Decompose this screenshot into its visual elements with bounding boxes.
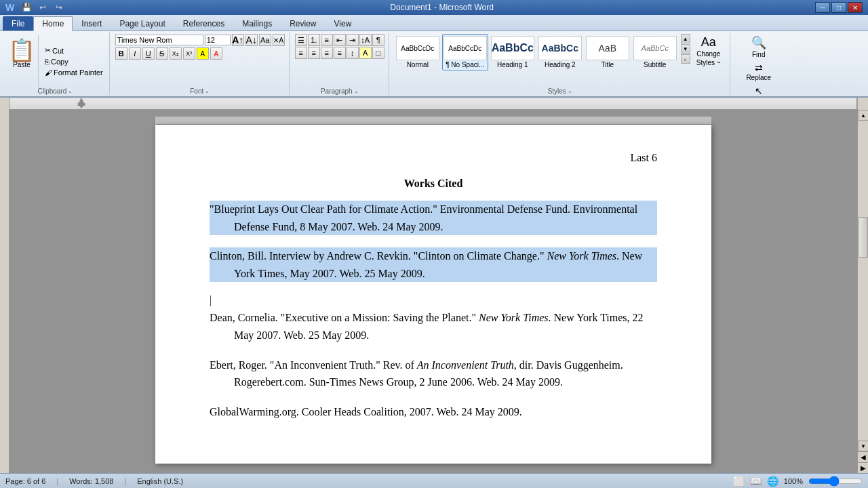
- word-icon: W: [5, 2, 14, 13]
- grow-font-button[interactable]: A↑: [232, 34, 244, 46]
- align-left-button[interactable]: ≡: [295, 47, 307, 59]
- align-right-button[interactable]: ≡: [321, 47, 333, 59]
- scroll-area[interactable]: Last 6 Works Cited "Blueprint Lays Out C…: [9, 110, 857, 473]
- scrollbar-track[interactable]: [858, 121, 868, 441]
- style-heading2[interactable]: AaBbCc Heading 2: [537, 34, 583, 70]
- view-normal-icon[interactable]: ⬜: [733, 476, 745, 487]
- editing-group: 🔍 Find ⇄ Replace ↖ Select Editing: [732, 33, 786, 95]
- justify-button[interactable]: ≡: [334, 47, 346, 59]
- shading-button[interactable]: A: [359, 47, 372, 59]
- styles-expand-icon[interactable]: ⌄: [568, 88, 572, 94]
- ribbon: 📋 Paste ✂ Cut ⎘ Copy 🖌 Format Painter: [0, 31, 868, 98]
- paste-label: Paste: [13, 61, 31, 68]
- style-title-preview: AaB: [586, 36, 629, 60]
- font-size-input[interactable]: [205, 35, 231, 45]
- tab-review[interactable]: Review: [281, 16, 325, 30]
- highlight-button[interactable]: A: [197, 47, 209, 60]
- style-no-spacing[interactable]: AaBbCcDc ¶ No Spaci...: [442, 34, 488, 70]
- scroll-up-arrow[interactable]: ▲: [858, 110, 868, 121]
- tab-home[interactable]: Home: [33, 16, 73, 31]
- right-scrollbar[interactable]: ▲ ▼ ◀ ▶: [857, 110, 868, 473]
- scrollbar-thumb[interactable]: [859, 217, 868, 258]
- sort-button[interactable]: ↕A: [359, 34, 372, 46]
- font-format-row: B I U S X₂ X² A A: [115, 47, 222, 60]
- scroll-prev-page[interactable]: ◀: [858, 451, 868, 462]
- tab-insert[interactable]: Insert: [73, 16, 111, 30]
- undo-quick-btn[interactable]: ↩: [36, 2, 50, 13]
- format-painter-icon: 🖌: [45, 68, 52, 77]
- change-styles-button[interactable]: Aa Change Styles ~: [692, 34, 726, 68]
- font-color-button[interactable]: A: [210, 47, 222, 60]
- style-heading1-preview: AaBbCc: [491, 36, 534, 60]
- multilevel-list-button[interactable]: ≡: [321, 34, 333, 46]
- scroll-down-arrow[interactable]: ▼: [858, 441, 868, 451]
- align-center-button[interactable]: ≡: [308, 47, 320, 59]
- restore-button[interactable]: □: [831, 2, 846, 13]
- find-button[interactable]: 🔍 Find: [747, 34, 770, 60]
- scroll-next-page[interactable]: ▶: [858, 462, 868, 473]
- redo-quick-btn[interactable]: ↪: [52, 2, 66, 13]
- find-icon: 🔍: [751, 35, 766, 50]
- superscript-button[interactable]: X²: [183, 47, 195, 60]
- header-text: Last 6: [630, 152, 657, 163]
- replace-button[interactable]: ⇄ Replace: [742, 61, 775, 83]
- decrease-indent-button[interactable]: ⇤: [334, 34, 346, 46]
- style-title[interactable]: AaB Title: [585, 34, 631, 70]
- bullets-button[interactable]: ☰: [295, 34, 307, 46]
- style-normal[interactable]: AaBbCcDc Normal: [395, 34, 441, 70]
- paragraph-expand-icon[interactable]: ⌄: [354, 88, 359, 94]
- save-quick-btn[interactable]: 💾: [20, 2, 33, 13]
- entry-5: GlobalWarming.org. Cooler Heads Coalitio…: [210, 403, 657, 421]
- numbering-button[interactable]: 1.: [308, 34, 320, 46]
- style-heading1[interactable]: AaBbCc Heading 1: [490, 34, 536, 70]
- clear-format-button[interactable]: ✕A: [273, 34, 285, 46]
- styles-more[interactable]: ⬦: [681, 54, 690, 64]
- style-subtitle[interactable]: AaBbCc Subtitle: [632, 34, 678, 70]
- bold-button[interactable]: B: [115, 47, 127, 60]
- styles-group: AaBbCcDc Normal AaBbCcDc ¶ No Spaci... A…: [391, 33, 730, 95]
- increase-indent-button[interactable]: ⇥: [347, 34, 359, 46]
- select-icon: ↖: [755, 85, 763, 96]
- ruler: for(let i=0;i<20;i++){ document.currentS…: [0, 98, 868, 110]
- paste-button[interactable]: 📋 Paste: [5, 35, 39, 87]
- styles-scroll-down[interactable]: ▼: [681, 44, 690, 54]
- works-cited-title: Works Cited: [210, 178, 657, 190]
- left-margin: [0, 110, 9, 473]
- line-spacing-button[interactable]: ↕: [347, 47, 359, 59]
- border-button[interactable]: □: [372, 47, 384, 59]
- document-page: Last 6 Works Cited "Blueprint Lays Out C…: [155, 125, 711, 464]
- window-title: Document1 - Microsoft Word: [68, 3, 815, 12]
- tab-page-layout[interactable]: Page Layout: [111, 16, 174, 30]
- close-button[interactable]: ✕: [848, 2, 863, 13]
- show-paragraph-button[interactable]: ¶: [372, 34, 384, 46]
- tab-file[interactable]: File: [3, 16, 33, 30]
- tab-view[interactable]: View: [326, 16, 361, 30]
- copy-button[interactable]: ⎘ Copy: [43, 57, 105, 66]
- clipboard-expand-icon[interactable]: ⌄: [68, 88, 73, 94]
- minimize-button[interactable]: ─: [815, 2, 830, 13]
- entry-2: Clinton, Bill. Interview by Andrew C. Re…: [210, 247, 657, 282]
- format-painter-button[interactable]: 🖌 Format Painter: [43, 68, 105, 77]
- view-reading-icon[interactable]: 📖: [750, 476, 762, 487]
- title-bar: W 💾 ↩ ↪ Document1 - Microsoft Word ─ □ ✕: [0, 0, 868, 15]
- italic-button[interactable]: I: [129, 47, 141, 60]
- shrink-font-button[interactable]: A↓: [245, 34, 258, 46]
- cut-icon: ✂: [45, 46, 51, 55]
- change-case-button[interactable]: Aa: [259, 34, 271, 46]
- view-web-icon[interactable]: 🌐: [767, 476, 778, 487]
- font-expand-icon[interactable]: ⌄: [205, 88, 210, 94]
- tab-references[interactable]: References: [174, 16, 233, 30]
- subscript-button[interactable]: X₂: [170, 47, 182, 60]
- align-buttons-row: ≡ ≡ ≡ ≡ ↕ A □: [295, 47, 384, 59]
- underline-button[interactable]: U: [142, 47, 155, 60]
- tab-mailings[interactable]: Mailings: [233, 16, 281, 30]
- zoom-slider[interactable]: [808, 476, 863, 487]
- style-no-spacing-preview: AaBbCcDc: [443, 36, 487, 60]
- cut-button[interactable]: ✂ Cut: [43, 45, 105, 56]
- strikethrough-button[interactable]: S: [156, 47, 168, 60]
- styles-scroll-up[interactable]: ▲: [681, 34, 690, 43]
- font-name-input[interactable]: [115, 35, 203, 45]
- entry-3: Dean, Cornelia. "Executive on a Mission:…: [210, 309, 657, 344]
- zoom-level: 100%: [784, 477, 803, 485]
- entry-4: Ebert, Roger. "An Inconvenient Truth." R…: [210, 357, 657, 391]
